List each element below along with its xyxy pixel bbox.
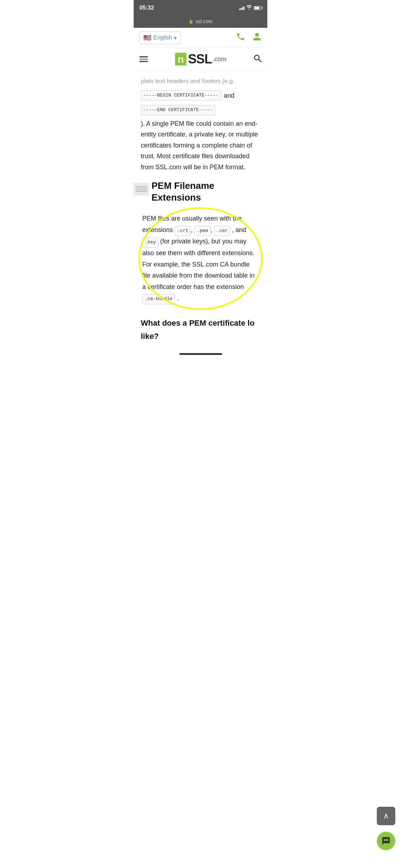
ext-key: .key [142,237,158,248]
lock-icon: 🔒 [189,19,194,24]
url-text: ssl.com [196,19,212,24]
language-label: English [153,35,172,41]
code-block-row-2: -----END CERTIFICATE----- ). A single PE… [141,105,260,172]
section-heading-area: PEM Filename Extensions [141,180,260,204]
status-icons [239,5,262,11]
svg-text:n: n [178,54,184,65]
highlighted-text-block: PEM files are usually seen with the exte… [141,210,260,308]
main-content: plain text headers and footers (e.g. ---… [134,71,267,349]
nav-bar: 🇺🇸 English ▾ [134,28,267,48]
status-time: 05:32 [139,5,154,11]
and-text-1: and [224,90,235,101]
language-selector[interactable]: 🇺🇸 English ▾ [139,31,181,44]
ext-crt: .crt [175,226,191,236]
close-paren-text: ). A single PEM file could contain an en… [141,118,260,173]
final-heading-area: What does a PEM certificate lo like? [141,316,260,343]
end-cert-code: -----END CERTIFICATE----- [141,105,215,115]
logo-ssl-text: SSL [188,52,212,67]
user-icon[interactable] [252,32,262,43]
home-indicator [179,353,222,355]
logo-icon: n [174,52,187,66]
flag-icon: 🇺🇸 [143,34,151,42]
dropdown-arrow: ▾ [174,35,177,41]
signal-icon [239,6,245,10]
sidebar-lines-icon [134,183,149,196]
logo-com-text: .com [213,56,227,63]
wifi-icon [246,5,252,11]
svg-line-3 [259,60,261,62]
address-bar: 🔒 ssl.com [134,16,267,28]
partial-text: plain text headers and footers (e.g. [141,76,260,87]
pem-extensions-para: PEM files are usually seen with the exte… [142,213,259,304]
code-block-row: -----BEGIN CERTIFICATE----- and [141,90,260,101]
logo-bar: n SSL .com [134,48,267,71]
hamburger-menu[interactable] [139,56,148,62]
battery-icon [254,6,262,10]
final-section-heading: What does a PEM certificate lo like? [141,316,260,343]
ext-pem: .pem [194,226,210,236]
phone-icon[interactable] [236,32,245,43]
search-icon[interactable] [253,54,262,64]
pem-extensions-heading: PEM Filename Extensions [141,180,260,204]
site-logo[interactable]: n SSL .com [174,52,226,67]
begin-cert-code: -----BEGIN CERTIFICATE----- [141,91,221,100]
status-bar: 05:32 [134,0,267,16]
ext-ca-bundle: .ca-bundle [142,294,175,304]
ext-cer: .cer [214,226,230,236]
nav-icons [236,32,262,43]
